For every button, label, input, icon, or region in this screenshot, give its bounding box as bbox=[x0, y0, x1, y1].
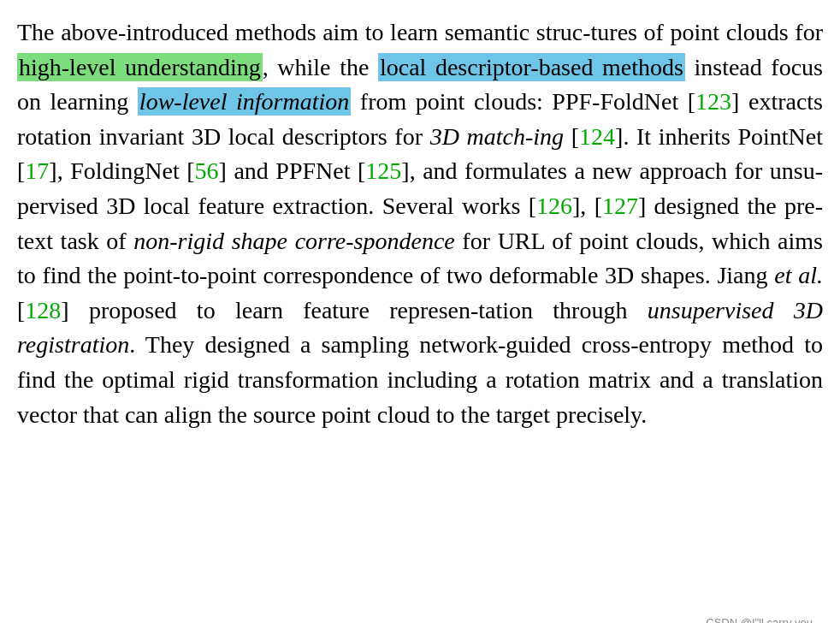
watermark-text: CSDN @I"ll carry you bbox=[706, 615, 813, 623]
italic-non-rigid: non-rigid shape corre-spondence bbox=[133, 228, 454, 254]
ref-125: 125 bbox=[365, 157, 401, 184]
ref-128: 128 bbox=[25, 297, 61, 323]
highlight-low-level: low-level information bbox=[138, 87, 351, 116]
italic-unsupervised: unsupervised 3D registration bbox=[17, 297, 823, 359]
ref-56: 56 bbox=[195, 157, 219, 184]
highlight-local-descriptor: local descriptor-based methods bbox=[378, 53, 685, 81]
italic-et-al: et al. bbox=[774, 262, 823, 288]
italic-3d-matching: 3D match-ing bbox=[430, 123, 564, 150]
page-wrapper: The above-introduced methods aim to lear… bbox=[17, 15, 823, 623]
highlight-high-level: high-level understanding bbox=[17, 53, 263, 81]
ref-124: 124 bbox=[579, 123, 615, 150]
main-paragraph: The above-introduced methods aim to lear… bbox=[17, 15, 823, 432]
ref-123: 123 bbox=[695, 88, 731, 115]
ref-17: 17 bbox=[25, 157, 49, 184]
ref-127: 127 bbox=[602, 193, 638, 219]
ref-126: 126 bbox=[536, 193, 572, 219]
